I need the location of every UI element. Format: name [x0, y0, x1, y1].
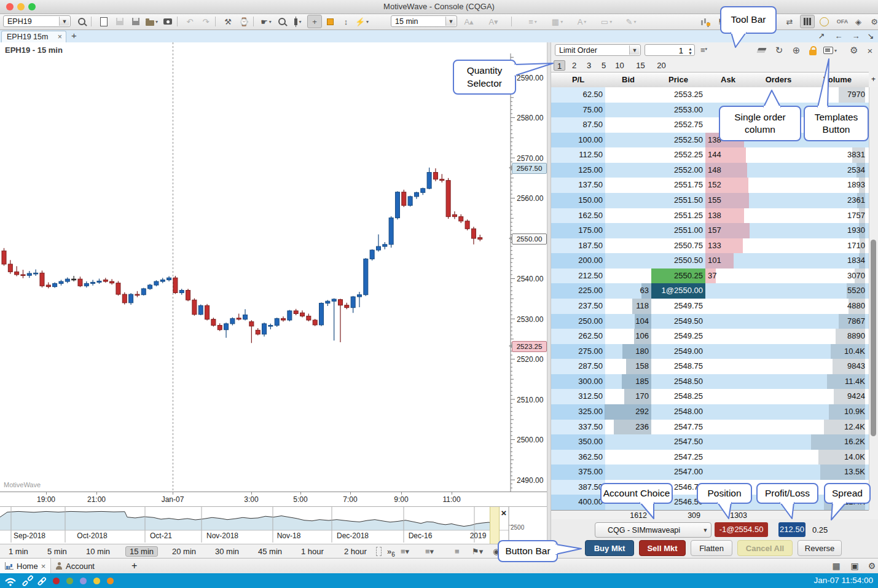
bid-cell[interactable]: 292: [605, 404, 649, 420]
ask-cell[interactable]: 152: [708, 178, 748, 193]
orders-cell[interactable]: [751, 193, 806, 208]
scrollbar-thumb[interactable]: [871, 240, 876, 436]
ask-cell[interactable]: 133: [708, 238, 748, 254]
ladder-row-2547.50[interactable]: 350.002547.5016.2K: [551, 434, 869, 450]
qty-option-10[interactable]: 10: [614, 60, 625, 71]
bid-cell[interactable]: 158: [605, 359, 649, 374]
crosshair-icon[interactable]: +: [307, 15, 322, 28]
qty-option-20[interactable]: 20: [656, 60, 667, 71]
ladder-row-2551.00[interactable]: 175.002551.001571930: [551, 223, 869, 238]
price-cell[interactable]: 2550.50: [651, 253, 703, 269]
sort-secondary-icon[interactable]: ≡▾: [425, 547, 434, 556]
annotate-icon[interactable]: ⚑▾: [472, 547, 483, 556]
ask-cell[interactable]: 148: [708, 163, 748, 178]
snapshot-icon[interactable]: [161, 15, 174, 28]
chevron-down-icon[interactable]: ▾: [834, 48, 837, 53]
redo-icon[interactable]: ↷: [199, 15, 213, 28]
ladder-row-2547.25[interactable]: 362.502547.2514.0K: [551, 450, 869, 465]
forward-icon[interactable]: →: [850, 29, 861, 42]
lines-icon[interactable]: ≡: [455, 547, 460, 556]
working-order-cell[interactable]: 1@2550.00: [651, 283, 705, 299]
ofa-icon[interactable]: OFA: [833, 15, 852, 28]
price-cell[interactable]: 2552.50: [651, 133, 703, 148]
column-header-orders[interactable]: Orders: [751, 75, 806, 84]
qty-option-3[interactable]: 3: [583, 60, 595, 71]
time-sales-icon[interactable]: [817, 15, 831, 28]
column-header-ask[interactable]: Ask: [705, 75, 751, 84]
orders-cell[interactable]: [751, 465, 806, 480]
time-axis[interactable]: 19:0021:00Jan-073:005:007:009:0011:00: [0, 492, 547, 507]
orders-cell[interactable]: [751, 329, 806, 344]
price-alert-icon[interactable]: [323, 15, 337, 28]
price-cell[interactable]: 2553.00: [651, 103, 703, 118]
price-cell[interactable]: 2548.50: [651, 374, 703, 390]
price-cell[interactable]: 2547.75: [651, 420, 703, 435]
alerts-icon[interactable]: ⌚: [237, 15, 251, 28]
dom-settings-icon[interactable]: ⚙: [849, 44, 860, 57]
price-cell[interactable]: 2548.25: [651, 389, 703, 404]
ladder-row-2552.25[interactable]: 112.502552.251443831: [551, 147, 869, 163]
chevron-down-icon[interactable]: ▾: [430, 547, 434, 556]
tab-eph19-15m[interactable]: EPH19 15m ×: [1, 31, 66, 42]
sort-primary-icon[interactable]: ≡▾: [401, 547, 409, 556]
price-cell[interactable]: 2549.25: [651, 329, 703, 344]
ladder-row-2552.00[interactable]: 125.002552.001482534: [551, 163, 869, 178]
ladder-row-2547.00[interactable]: 375.002547.0013.5K: [551, 465, 869, 480]
orders-cell[interactable]: [751, 238, 806, 254]
quick-trade-icon[interactable]: ⚡▾: [355, 15, 369, 28]
bar-size-combo[interactable]: 15 min ▼: [391, 15, 457, 27]
price-cell[interactable]: 2547.25: [651, 450, 703, 465]
orders-cell[interactable]: [751, 404, 806, 420]
orders-cell[interactable]: [751, 299, 806, 314]
chart-lock-icon[interactable]: [698, 15, 711, 28]
ladder-row-2548.00[interactable]: 325.002922548.0010.9K: [551, 404, 869, 420]
center-icon[interactable]: ⊕: [791, 44, 802, 57]
ladder-row-2549.75[interactable]: 237.501182549.754880: [551, 299, 869, 314]
ask-cell[interactable]: 138: [708, 208, 748, 224]
copy-icon[interactable]: ▣: [849, 560, 860, 572]
bid-cell[interactable]: 185: [605, 374, 649, 390]
column-header-price[interactable]: Price: [651, 75, 705, 84]
price-cell[interactable]: 2549.75: [651, 299, 703, 314]
chevron-down-icon[interactable]: ▼: [629, 45, 640, 55]
font-increase-icon[interactable]: A▴: [462, 15, 476, 28]
orders-cell[interactable]: [751, 374, 806, 390]
zoom-out-icon[interactable]: [275, 15, 289, 28]
dom-scrollbar[interactable]: [869, 87, 878, 510]
chevron-down-icon[interactable]: ▼: [59, 17, 69, 26]
qty-option-5[interactable]: 5: [598, 60, 610, 71]
ladder-row-2550.75[interactable]: 187.502550.751331710: [551, 238, 869, 254]
chevron-down-icon[interactable]: ▾: [610, 19, 612, 25]
bid-cell[interactable]: 236: [605, 420, 649, 435]
timeframe-30-min[interactable]: 30 min: [211, 546, 243, 557]
templates-icon[interactable]: ▾: [823, 44, 837, 57]
add-page-button[interactable]: +: [127, 559, 142, 573]
chevron-down-icon[interactable]: ▾: [633, 19, 636, 25]
fill-color-icon[interactable]: ▭▾: [600, 15, 613, 28]
refresh-icon[interactable]: ↻: [774, 44, 785, 57]
ladder-row-2549.25[interactable]: 262.501062549.258890: [551, 329, 869, 344]
orders-cell[interactable]: [751, 283, 806, 299]
new-chart-icon[interactable]: [97, 15, 111, 28]
back-icon[interactable]: ←: [833, 29, 844, 42]
chevron-down-icon[interactable]: ▾: [584, 19, 586, 25]
chevron-down-icon[interactable]: ▾: [299, 19, 301, 25]
orders-cell[interactable]: [751, 178, 806, 193]
chevron-down-icon[interactable]: ▼: [700, 523, 710, 536]
column-header-volume[interactable]: Volume: [806, 75, 869, 84]
timeframe-15-min[interactable]: 15 min: [125, 546, 158, 557]
orders-cell[interactable]: [751, 208, 806, 224]
close-tab-icon[interactable]: ×: [58, 31, 62, 42]
chart-area[interactable]: 2590.002580.002570.002560.002550.002540.…: [0, 42, 547, 492]
timeframe-2-hour[interactable]: 2 hour: [340, 546, 370, 557]
quantity-stepper[interactable]: 1 ▲ ▼: [645, 44, 695, 56]
ladder-row-2551.50[interactable]: 150.002551.501552361: [551, 193, 869, 208]
orders-cell[interactable]: [751, 253, 806, 269]
open-folder-icon[interactable]: ▾: [145, 15, 159, 28]
qty-option-15[interactable]: 15: [635, 60, 646, 71]
layout-icon[interactable]: ▦: [831, 560, 842, 572]
flatten-button[interactable]: Flatten: [691, 540, 732, 556]
price-cell[interactable]: 2551.00: [651, 223, 703, 238]
tab-home[interactable]: Home×: [0, 559, 51, 573]
price-cell[interactable]: 2547.50: [651, 434, 703, 450]
